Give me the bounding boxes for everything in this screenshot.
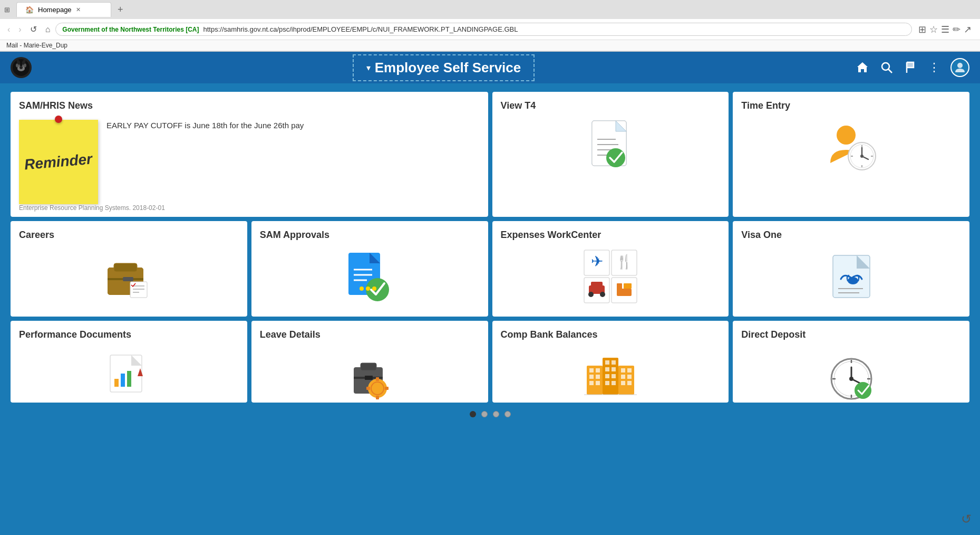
svg-rect-69 [365,376,373,380]
pagination-dot-4[interactable] [504,411,511,417]
address-bar[interactable]: Government of the Northwest Territories … [55,23,912,36]
tile-sam-approvals[interactable]: SAM Approvals [251,221,488,317]
tile-title-leave-details: Leave Details [260,329,480,340]
app-title-box[interactable]: ▾ Employee Self Service [353,54,535,81]
svg-rect-67 [361,363,376,370]
notes-icon[interactable]: ✏ [953,24,960,35]
svg-rect-74 [366,387,370,390]
flag-header-icon[interactable] [904,61,918,74]
back-button[interactable]: ‹ [4,23,13,36]
tile-leave-details[interactable]: Leave Details [251,321,488,403]
app-title-container: ▾ Employee Self Service [32,54,856,81]
svg-rect-75 [385,387,389,390]
svg-line-8 [889,70,892,73]
tile-careers[interactable]: Careers [11,221,247,317]
svg-rect-77 [589,368,594,372]
svg-point-4 [20,66,23,69]
news-message: EARLY PAY CUTOFF is June 18th for the Ju… [106,120,480,131]
browser-tab-homepage[interactable]: 🏠 Homepage ✕ [16,2,111,17]
tiles-row-2: Careers [11,221,969,317]
svg-rect-73 [376,396,379,399]
tab-close-icon[interactable]: ✕ [76,6,81,13]
svg-point-108 [849,377,853,381]
app-logo[interactable] [11,57,32,78]
forward-button[interactable]: › [15,23,24,36]
reading-view-icon[interactable]: ⊞ [918,24,926,35]
svg-rect-92 [618,366,634,395]
svg-rect-90 [605,381,609,385]
main-content: SAM/HRIS News Reminder EARLY PAY CUTOFF … [0,83,980,430]
tile-visa-one[interactable]: Visa One [733,221,969,317]
share-icon[interactable]: ↗ [964,24,972,35]
svg-rect-64 [127,371,131,387]
news-tile-content: Reminder EARLY PAY CUTOFF is June 18th f… [19,116,480,208]
tiles-row-3: Performance Documents Leave Details [11,321,969,403]
svg-point-43 [372,286,376,291]
svg-rect-87 [612,367,616,371]
performance-doc-icon [105,352,152,400]
sticky-note: Reminder [19,120,98,204]
tile-title-sam-hris-news: SAM/HRIS News [19,100,480,111]
tile-title-view-t4: View T4 [501,100,721,111]
tile-icon-performance-documents [19,345,239,403]
svg-rect-55 [617,283,622,291]
tile-direct-deposit[interactable]: Direct Deposit [733,321,969,403]
home-button[interactable]: ⌂ [42,23,54,36]
careers-icon [100,247,158,305]
browser-nav-icons: ⊞ [4,6,10,14]
favorites-icon[interactable]: ☆ [929,24,938,35]
svg-rect-84 [605,360,609,365]
tile-title-time-entry: Time Entry [741,100,961,111]
svg-rect-82 [596,381,600,385]
svg-rect-50 [591,282,603,288]
svg-rect-31 [123,277,133,281]
svg-text:✈: ✈ [590,253,603,270]
pagination-dot-2[interactable] [481,411,488,417]
search-header-icon[interactable] [880,61,894,74]
svg-point-58 [848,277,858,284]
pagination-dot-1[interactable] [470,411,476,417]
tile-time-entry[interactable]: Time Entry [733,92,969,217]
tile-comp-bank-balances[interactable]: Comp Bank Balances [492,321,729,403]
svg-rect-80 [596,375,600,379]
user-avatar[interactable] [950,58,969,77]
svg-point-71 [371,382,384,395]
app-header: ▾ Employee Self Service ⋮ [0,52,980,83]
tile-performance-documents[interactable]: Performance Documents [11,321,247,403]
more-options-icon[interactable]: ⋮ [928,61,940,74]
svg-rect-97 [621,381,625,385]
new-tab-button[interactable]: + [113,4,128,15]
tab-label: Homepage [38,6,72,14]
title-chevron: ▾ [366,63,371,73]
reload-corner-icon[interactable]: ↺ [961,512,972,527]
svg-text:🍴: 🍴 [616,253,633,270]
refresh-button[interactable]: ↺ [27,22,40,36]
svg-rect-95 [621,375,625,379]
svg-rect-62 [114,379,119,387]
svg-rect-63 [121,374,125,387]
svg-point-109 [855,382,871,399]
tile-view-t4[interactable]: View T4 [492,92,729,217]
tile-sam-hris-news[interactable]: SAM/HRIS News Reminder EARLY PAY CUTOFF … [11,92,488,217]
svg-rect-91 [612,381,616,385]
pagination-dot-3[interactable] [493,411,499,417]
browser-tabs: ⊞ 🏠 Homepage ✕ + [0,0,980,19]
browser-toolbar: ‹ › ↺ ⌂ Government of the Northwest Terr… [0,19,980,40]
tile-expenses-workcenter[interactable]: Expenses WorkCenter ✈ 🍴 [492,221,729,317]
tab-icon: ⊞ [4,6,10,14]
svg-rect-93 [621,368,625,372]
svg-rect-85 [612,360,616,365]
sticky-pin [55,116,62,123]
tiles-row-1: SAM/HRIS News Reminder EARLY PAY CUTOFF … [11,92,969,217]
ssl-badge: Government of the Northwest Territories … [62,26,199,33]
svg-rect-98 [627,381,632,385]
tile-icon-careers [19,245,239,308]
svg-rect-56 [624,283,632,289]
logo-icon [12,58,31,77]
flag-svg-icon [904,61,918,74]
svg-rect-79 [589,375,594,379]
app-title: Employee Self Service [375,60,521,76]
tile-title-comp-bank-balances: Comp Bank Balances [501,329,721,340]
hub-icon[interactable]: ☰ [941,24,949,35]
home-header-icon[interactable] [856,61,869,74]
